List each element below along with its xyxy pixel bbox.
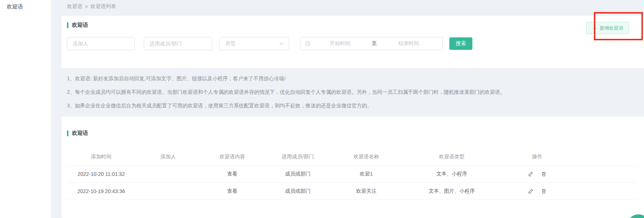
plus-icon: ＋	[592, 25, 598, 31]
tip-line-3: 3、如果企业在企业微信后台为相关成员配置了可用的欢迎语，使用第三方系统配置欢迎语…	[67, 103, 633, 109]
col-header-content: 欢迎语内容	[201, 154, 263, 160]
add-welcome-button-label: 新增欢迎语	[600, 25, 624, 32]
tip-line-1: 1、欢迎语: 新好友添加后自动回复,可添加文字、图片、链接以及小程序，客户来了不…	[67, 75, 633, 82]
table-card: 欢迎语 添加时间 添加人 欢迎语内容 适用成员/部门 欢迎语名称 欢迎语类型 操…	[61, 117, 644, 218]
filter-bar: 类型 开始时间 至 结束时间 搜索	[67, 37, 639, 50]
trash-icon[interactable]	[541, 171, 547, 177]
section-accent-bar	[67, 22, 68, 28]
cell-name: 欢迎1	[332, 171, 400, 177]
clock-icon	[305, 41, 311, 47]
section-accent-bar	[67, 130, 68, 136]
table-header-row: 添加时间 添加人 欢迎语内容 适用成员/部门 欢迎语名称 欢迎语类型 操作	[67, 148, 637, 166]
view-content-link[interactable]: 查看	[201, 188, 263, 195]
search-button[interactable]: 搜索	[449, 37, 472, 50]
cell-actions	[503, 188, 572, 194]
cell-members: 成员或部门	[263, 188, 332, 195]
welcome-table: 添加时间 添加人 欢迎语内容 适用成员/部门 欢迎语名称 欢迎语类型 操作 20…	[67, 148, 637, 200]
cell-added-time: 2022-10-20 11:01:32	[67, 171, 135, 177]
cell-type: 文本、小程序	[400, 171, 503, 177]
col-header-name: 欢迎语名称	[332, 154, 400, 160]
breadcrumb: 欢迎语 > 欢迎语列表	[67, 3, 116, 10]
breadcrumb-separator: >	[85, 4, 88, 10]
add-welcome-button[interactable]: ＋ 新增欢迎语	[586, 22, 629, 34]
cell-added-time: 2022-10-19 20:43:36	[67, 188, 135, 194]
date-range-picker[interactable]: 开始时间 至 结束时间	[300, 37, 443, 50]
tip-line-2: 2、每个企业成员均可以拥有不同的欢迎语。当部门欢迎语和个人专属的欢迎语并存的情况…	[67, 89, 633, 96]
type-select[interactable]: 类型	[220, 37, 289, 50]
table-row: 2022-10-20 11:01:32 查看 成员或部门 欢迎1 文本、小程序	[67, 166, 637, 183]
start-time-placeholder[interactable]: 开始时间	[311, 40, 370, 47]
col-header-members: 适用成员/部门	[263, 154, 332, 160]
breadcrumb-current: 欢迎语列表	[90, 3, 116, 10]
filter-card: 欢迎语 ＋ 新增欢迎语 类型 开始时间 至 结束时间	[61, 16, 644, 68]
col-header-actions: 操作	[503, 154, 572, 160]
filter-section-title: 欢迎语	[67, 22, 88, 29]
section-title-text: 欢迎语	[72, 22, 88, 29]
col-header-adder: 添加人	[135, 154, 201, 160]
cell-type: 文本、图片、小程序	[400, 188, 503, 195]
edit-pencil-icon[interactable]	[528, 171, 533, 177]
date-range-separator: 至	[370, 40, 379, 47]
table-section-title: 欢迎语	[67, 130, 88, 137]
adder-input[interactable]	[67, 37, 135, 50]
col-header-type: 欢迎语类型	[400, 154, 503, 160]
col-header-added-time: 添加时间	[67, 154, 135, 160]
table-row: 2022-10-19 20:43:36 查看 成员或部门 欢迎关注 文本、图片、…	[67, 183, 637, 200]
trash-icon[interactable]	[541, 188, 547, 194]
cell-members: 成员或部门	[263, 171, 332, 177]
main-content: 欢迎语 > 欢迎语列表 欢迎语 ＋ 新增欢迎语 类型	[52, 0, 644, 218]
end-time-placeholder[interactable]: 结束时间	[379, 40, 438, 47]
edit-pencil-icon[interactable]	[528, 188, 533, 194]
breadcrumb-root[interactable]: 欢迎语	[67, 3, 82, 10]
member-department-input[interactable]	[144, 37, 212, 50]
chevron-down-icon	[278, 41, 284, 47]
sidebar-item-welcome-message[interactable]: 欢迎语	[0, 0, 51, 10]
type-select-placeholder: 类型	[225, 40, 278, 47]
cell-name: 欢迎关注	[332, 188, 400, 195]
sidebar-item-label: 欢迎语	[7, 3, 23, 10]
sidebar: 欢迎语	[0, 0, 51, 218]
view-content-link[interactable]: 查看	[201, 171, 263, 177]
section-title-text: 欢迎语	[72, 130, 88, 137]
cell-actions	[503, 171, 572, 177]
